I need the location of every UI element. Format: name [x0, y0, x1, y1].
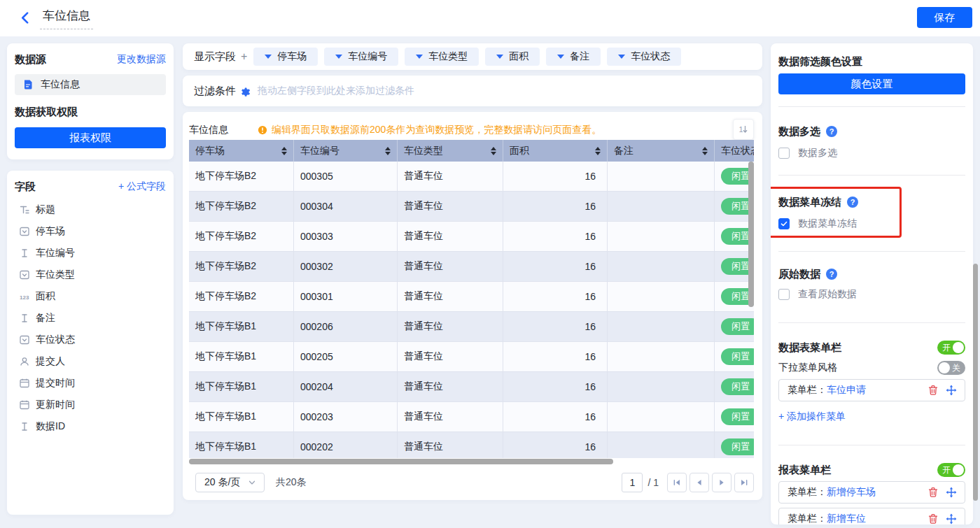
dropdown-style-toggle[interactable]: 关: [937, 361, 965, 375]
table-row[interactable]: 地下停车场B2 000305 普通车位 16 闲置: [189, 162, 754, 192]
table-row[interactable]: 地下停车场B1 000205 普通车位 16 闲置: [189, 342, 754, 372]
raw-data-checkbox[interactable]: [778, 289, 790, 300]
display-field-chip[interactable]: 面积: [485, 48, 540, 66]
field-item-label: 更新时间: [36, 399, 75, 411]
field-item[interactable]: 车位状态: [15, 329, 166, 350]
field-item[interactable]: 提交人: [15, 350, 166, 372]
prev-page-button[interactable]: [690, 473, 709, 492]
color-settings-title-text: 数据筛选颜色设置: [778, 56, 862, 67]
display-field-chip[interactable]: 停车场: [253, 48, 318, 66]
table-header-cell[interactable]: 面积: [503, 140, 608, 162]
help-icon[interactable]: ?: [847, 197, 858, 208]
table-menu-toggle[interactable]: 开: [937, 341, 965, 355]
table-header-cell[interactable]: 车位类型: [398, 140, 503, 162]
report-menu-toggle[interactable]: 开: [937, 463, 965, 477]
dropdown-style-label: 下拉菜单风格: [778, 362, 837, 374]
table-header-cell[interactable]: 停车场: [189, 140, 294, 162]
table-header-cell[interactable]: 车位状态: [715, 140, 754, 162]
vertical-scroll-thumb[interactable]: [748, 162, 754, 307]
table-row[interactable]: 地下停车场B1 000204 普通车位 16 闲置: [189, 372, 754, 402]
cell-code: 000205: [294, 342, 398, 372]
document-icon: [22, 79, 34, 90]
field-item[interactable]: 提交时间: [15, 372, 166, 394]
table-vertical-scrollbar[interactable]: [748, 162, 754, 458]
table-header-cell[interactable]: 备注: [608, 140, 715, 162]
table-row[interactable]: 地下停车场B2 000303 普通车位 16 闲置: [189, 222, 754, 252]
field-item[interactable]: 标题: [15, 199, 166, 220]
cell-type: 普通车位: [398, 162, 503, 192]
table-row[interactable]: 地下停车场B2 000302 普通车位 16 闲置: [189, 252, 754, 282]
page-size-select[interactable]: 20 条/页: [195, 473, 265, 492]
last-page-button[interactable]: [734, 473, 754, 492]
table-row[interactable]: 地下停车场B1 000203 普通车位 16 闲置: [189, 402, 754, 432]
field-item[interactable]: 备注: [15, 307, 166, 329]
caret-down-icon: [416, 55, 423, 59]
datasource-item[interactable]: 车位信息: [15, 74, 166, 95]
horizontal-scroll-thumb[interactable]: [189, 459, 613, 464]
cell-type: 普通车位: [398, 192, 503, 222]
page-scrollbar[interactable]: [973, 0, 978, 528]
multi-select-checkbox[interactable]: [778, 148, 790, 159]
add-formula-field-link[interactable]: + 公式字段: [118, 180, 166, 193]
sort-button[interactable]: [733, 119, 754, 140]
first-page-button[interactable]: [667, 473, 687, 492]
cell-area: 16: [503, 192, 608, 222]
field-item[interactable]: 更新时间: [15, 394, 166, 415]
move-menu-button[interactable]: [945, 513, 958, 525]
table-row[interactable]: 地下停车场B1 000202 普通车位 16 闲置: [189, 432, 754, 458]
report-menu-row: 报表菜单栏 开: [778, 463, 965, 477]
gear-icon[interactable]: [241, 87, 251, 97]
field-item[interactable]: 车位类型: [15, 264, 166, 285]
help-icon[interactable]: ?: [826, 269, 837, 280]
column-sort-icon[interactable]: [385, 147, 391, 155]
delete-menu-button[interactable]: [927, 513, 939, 525]
column-sort-icon[interactable]: [281, 147, 287, 155]
display-field-chip[interactable]: 车位类型: [405, 48, 479, 66]
column-sort-icon[interactable]: [491, 147, 496, 155]
add-action-menu-link[interactable]: + 添加操作菜单: [778, 411, 846, 423]
cell-area: 16: [503, 162, 608, 192]
menu-freeze-checkbox[interactable]: [778, 218, 790, 229]
delete-menu-button[interactable]: [927, 384, 939, 397]
field-item[interactable]: 数据ID: [15, 415, 166, 437]
menu-item[interactable]: 菜单栏： 新增车位: [778, 508, 965, 525]
cell-note: [608, 282, 715, 312]
display-field-chip[interactable]: 备注: [546, 48, 601, 66]
table-row[interactable]: 地下停车场B2 000304 普通车位 16 闲置: [189, 192, 754, 222]
column-sort-icon[interactable]: [595, 147, 601, 155]
move-menu-button[interactable]: [945, 384, 958, 397]
menu-item-value[interactable]: 车位申请: [827, 384, 866, 397]
display-field-chip[interactable]: 车位编号: [324, 48, 398, 66]
field-item-label: 标题: [36, 204, 55, 216]
add-display-field-button[interactable]: +: [241, 50, 247, 63]
table-row[interactable]: 地下停车场B2 000301 普通车位 16 闲置: [189, 282, 754, 312]
page-number-input[interactable]: [622, 473, 643, 492]
menu-item[interactable]: 菜单栏： 车位申请: [778, 379, 965, 401]
move-menu-button[interactable]: [945, 486, 958, 499]
table-menu-title: 数据表菜单栏: [778, 342, 841, 353]
help-icon[interactable]: ?: [826, 126, 837, 137]
display-field-chip[interactable]: 车位状态: [607, 48, 681, 66]
page-scroll-thumb[interactable]: [973, 264, 978, 501]
back-icon[interactable]: [20, 11, 31, 24]
change-datasource-link[interactable]: 更改数据源: [117, 53, 166, 66]
color-settings-button[interactable]: 颜色设置: [778, 73, 965, 94]
menu-item-value[interactable]: 新增停车场: [827, 486, 876, 499]
next-page-button[interactable]: [712, 473, 732, 492]
table-horizontal-scrollbar[interactable]: [189, 458, 754, 465]
page-title[interactable]: 车位信息: [40, 8, 93, 29]
table-header-cell[interactable]: 车位编号: [294, 140, 398, 162]
field-item[interactable]: 面积: [15, 285, 166, 307]
menu-item[interactable]: 菜单栏： 新增停车场: [778, 481, 965, 504]
icon-select: [19, 226, 30, 237]
column-sort-icon[interactable]: [702, 147, 708, 155]
field-item[interactable]: 车位编号: [15, 242, 166, 264]
delete-menu-button[interactable]: [927, 486, 939, 499]
caret-down-icon: [265, 55, 272, 59]
menu-item-value[interactable]: 新增车位: [827, 513, 866, 525]
table-row[interactable]: 地下停车场B1 000206 普通车位 16 闲置: [189, 312, 754, 342]
report-permission-button[interactable]: 报表权限: [15, 127, 166, 148]
save-button[interactable]: 保存: [917, 7, 972, 28]
field-item[interactable]: 停车场: [15, 220, 166, 242]
cell-parking: 地下停车场B1: [189, 312, 294, 342]
